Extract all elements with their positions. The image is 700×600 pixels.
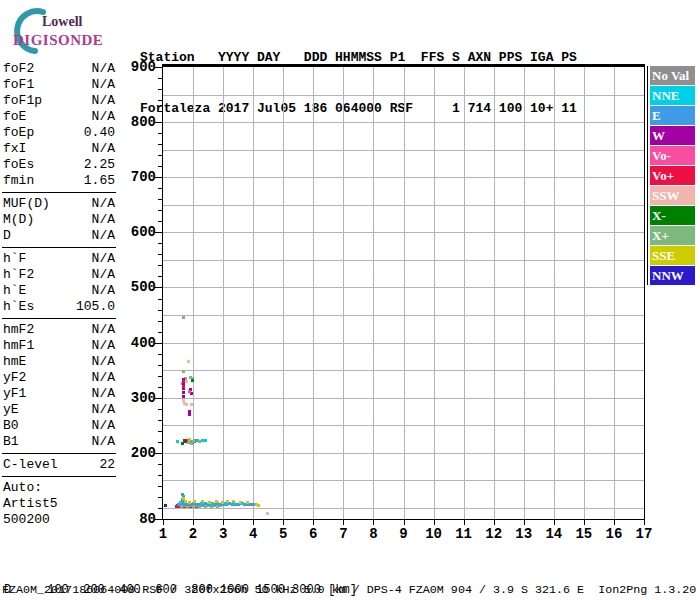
parameter-value: N/A [92, 77, 115, 93]
echo-point [257, 504, 260, 507]
y-axis-minor-tick [158, 111, 162, 112]
x-axis-tick [494, 520, 495, 525]
parameter-label: B0 [3, 418, 19, 434]
y-tick-label: 80 [116, 511, 156, 527]
echo-point [190, 403, 193, 406]
parameter-row: C-level22 [3, 457, 115, 473]
y-axis-minor-tick [158, 376, 162, 377]
gridline-horizontal [163, 122, 644, 123]
parameter-panel: foF2N/AfoF1N/AfoF1pN/AfoEN/AfoEp0.40fxIN… [3, 61, 115, 528]
y-axis-minor-tick [158, 365, 162, 366]
ionogram-plot-area [163, 67, 644, 519]
parameter-label: foF1p [3, 93, 42, 109]
parameter-value: N/A [92, 228, 115, 244]
parameter-label: h`E [3, 283, 26, 299]
y-axis-minor-tick [158, 497, 162, 498]
parameter-value: N/A [92, 434, 115, 450]
gridline-vertical [373, 67, 374, 519]
y-axis-tick [155, 519, 162, 520]
echo-point [200, 502, 203, 505]
echo-point [185, 403, 188, 406]
legend-divider [647, 66, 648, 285]
parameter-label: foEp [3, 125, 34, 141]
y-axis-minor-tick [158, 210, 162, 211]
x-axis-tick [373, 520, 374, 525]
parameter-value: 22 [99, 457, 115, 473]
gridline-vertical [584, 67, 585, 519]
y-axis-tick [155, 287, 162, 288]
y-axis-minor-tick [158, 332, 162, 333]
x-tick-label: 8 [358, 526, 388, 542]
parameter-row: foF2N/A [3, 61, 115, 77]
echo-point [182, 395, 185, 398]
echo-point [188, 501, 191, 504]
parameter-value: N/A [92, 338, 115, 354]
echo-point [185, 380, 188, 383]
parameter-label: foE [3, 109, 26, 125]
y-axis-minor-tick [158, 166, 162, 167]
echo-point [190, 392, 193, 395]
gridline-horizontal [163, 287, 644, 288]
legend-item: Vo- [650, 146, 695, 165]
parameter-label: hmF1 [3, 338, 34, 354]
y-axis-tick [155, 453, 162, 454]
parameter-value: N/A [92, 267, 115, 283]
parameter-row: fmin1.65 [3, 173, 115, 189]
parameter-label: yE [3, 402, 19, 418]
x-axis-tick [343, 520, 344, 525]
y-axis-minor-tick [158, 265, 162, 266]
parameter-label: foF1 [3, 77, 34, 93]
parameter-row: h`F2N/A [3, 267, 115, 283]
gridline-horizontal [163, 370, 644, 371]
parameter-value: N/A [92, 109, 115, 125]
plot-right-border [644, 64, 645, 520]
gridline-vertical [343, 67, 344, 519]
legend-item: SSW [650, 186, 695, 205]
parameter-value: N/A [92, 386, 115, 402]
x-tick-label: 11 [449, 526, 479, 542]
parameter-row: B1N/A [3, 434, 115, 450]
legend-item: X- [650, 206, 695, 225]
parameter-value: N/A [92, 370, 115, 386]
gridline-horizontal [163, 398, 644, 399]
x-tick-label: 14 [539, 526, 569, 542]
legend-item: Vo+ [650, 166, 695, 185]
legend-item: E [650, 106, 695, 125]
y-axis-minor-tick [158, 464, 162, 465]
parameter-row: MUF(D)N/A [3, 196, 115, 212]
y-axis-minor-tick [158, 508, 162, 509]
parameter-value: 2.25 [84, 157, 115, 173]
gridline-vertical [253, 67, 254, 519]
y-axis-tick [155, 343, 162, 344]
y-axis-minor-tick [158, 409, 162, 410]
gridline-vertical [464, 67, 465, 519]
x-tick-label: 13 [509, 526, 539, 542]
parameter-label: yF2 [3, 370, 26, 386]
x-axis-tick [614, 520, 615, 525]
x-axis-tick [193, 520, 194, 525]
y-axis-minor-tick [158, 100, 162, 101]
legend-item: W [650, 126, 695, 145]
logo-text-lowell: Lowell [42, 14, 82, 30]
parameter-label: hmE [3, 354, 26, 370]
parameter-row: foEp0.40 [3, 125, 115, 141]
x-tick-label: 10 [419, 526, 449, 542]
echo-point [188, 413, 191, 416]
parameter-value: N/A [92, 212, 115, 228]
parameter-value: N/A [92, 402, 115, 418]
x-tick-label: 15 [569, 526, 599, 542]
parameter-label: foF2 [3, 61, 34, 77]
parameter-label: h`F [3, 251, 26, 267]
echo-point [179, 501, 182, 504]
y-axis-minor-tick [158, 354, 162, 355]
x-axis-tick [163, 520, 164, 525]
y-axis-minor-tick [158, 188, 162, 189]
x-axis-tick [223, 520, 224, 525]
gridline-vertical [283, 67, 284, 519]
parameter-value: 0.40 [84, 125, 115, 141]
echo-point [182, 385, 185, 388]
x-tick-label: 16 [599, 526, 629, 542]
lowell-digisonde-logo: Lowell DIGISONDE [6, 6, 126, 56]
echo-point [187, 360, 190, 363]
legend-item: X+ [650, 226, 695, 245]
